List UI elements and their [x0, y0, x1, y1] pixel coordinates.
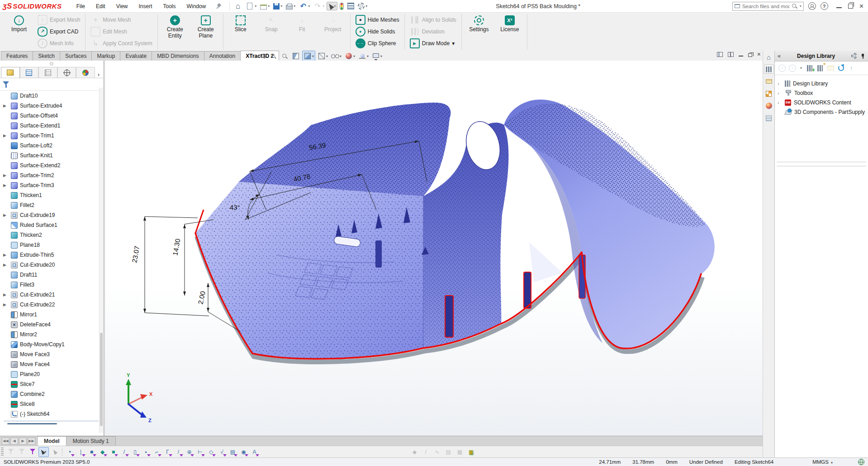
tree-item[interactable]: Move Face4 [0, 359, 103, 369]
property-manager-tab[interactable] [20, 67, 39, 78]
tree-item[interactable]: Fillet3 [0, 280, 103, 290]
filter-axes-icon[interactable]: / [119, 447, 129, 457]
tree-item[interactable]: Surface-Loft2 [0, 141, 103, 151]
filter-faces-icon[interactable]: ■ [86, 447, 97, 457]
undo-icon[interactable]: ▾ [298, 1, 311, 11]
dropdown-arrow-icon[interactable]: ▾ [326, 54, 328, 58]
dropdown-arrow-icon[interactable]: ▾ [367, 54, 369, 58]
view-settings-icon[interactable]: ▾ [371, 51, 383, 61]
tab-model[interactable]: Model [37, 436, 66, 446]
tree-item[interactable]: Surface-Extend2 [0, 160, 103, 170]
document-recovery-icon[interactable] [764, 113, 774, 122]
tree-item[interactable]: Mirror2 [0, 329, 103, 339]
settings-button[interactable]: Settings [465, 14, 493, 33]
tree-item[interactable]: Thicken1 [0, 190, 103, 200]
new-document-icon[interactable]: ▾ [244, 2, 258, 10]
menu-window[interactable]: Window [182, 1, 211, 11]
import-button[interactable]: Import [5, 14, 33, 33]
tree-item[interactable]: ▶Surface-Trim1 [0, 131, 103, 141]
display-style-icon[interactable]: ▾ [317, 51, 329, 61]
web-help-icon[interactable] [858, 459, 864, 465]
dropdown-arrow-icon[interactable]: ▾ [280, 4, 282, 8]
tree-item[interactable]: Surface-Knit1 [0, 151, 103, 160]
tree-item[interactable]: ▶Cut-Extrude22 [0, 300, 103, 310]
tree-item[interactable]: Mirror1 [0, 310, 103, 320]
edit-appearance-icon[interactable]: ▾ [344, 51, 356, 61]
apply-scene-icon[interactable]: ▾ [357, 51, 370, 61]
tab-evaluate[interactable]: Evaluate [120, 51, 152, 61]
expand-arrow-icon[interactable]: ▶ [3, 213, 8, 217]
dropdown-arrow-icon[interactable]: ▾ [268, 4, 270, 8]
search-input[interactable] [742, 4, 789, 9]
close-window-icon[interactable]: × [859, 3, 863, 10]
tree-item[interactable]: ▶Surface-Extrude4 [0, 101, 103, 111]
tab-sketch[interactable]: Sketch [33, 51, 60, 61]
close-document-icon[interactable]: × [757, 52, 761, 57]
open-icon[interactable]: ▾ [259, 2, 271, 10]
save-icon[interactable]: ▾ [272, 2, 284, 10]
filter-notes-icon[interactable]: ▤ [228, 447, 238, 457]
help-icon[interactable]: ? [821, 2, 828, 10]
dropdown-arrow-icon[interactable]: ▾ [380, 54, 382, 58]
tab-surfaces[interactable]: Surfaces [60, 51, 92, 61]
filter-centerlines-icon[interactable]: / [173, 447, 184, 457]
menu-tools[interactable]: Tools [158, 1, 180, 11]
filter-reference-points-icon[interactable]: ⊢ [195, 447, 205, 457]
library-settings-icon[interactable] [851, 53, 857, 59]
tab-annotation[interactable]: Annotation [204, 51, 241, 61]
filter-funnel-icon[interactable] [3, 81, 9, 88]
configuration-manager-tab[interactable] [38, 67, 57, 78]
pin-menu-icon[interactable] [215, 3, 222, 10]
account-icon[interactable] [808, 2, 816, 10]
panel-splitter-dot[interactable] [50, 62, 53, 66]
up-level-icon[interactable] [848, 65, 855, 72]
tree-item[interactable]: Slice7 [0, 379, 103, 389]
tree-item[interactable]: Plane20 [0, 369, 103, 379]
settings-gear-icon[interactable]: ▾ [356, 2, 369, 10]
expand-arrow-icon[interactable]: ▶ [3, 173, 8, 178]
menu-insert[interactable]: Insert [134, 1, 157, 11]
first-tab-icon[interactable]: ◀◀ [2, 438, 9, 445]
hide-meshes-button[interactable]: Hide Meshes [354, 14, 401, 25]
dropdown-arrow-icon[interactable]: ▾ [312, 54, 314, 58]
pin-pane-icon[interactable] [860, 53, 865, 59]
task-pane-splitter[interactable] [777, 162, 866, 166]
filter-surface-bodies-icon[interactable]: ◆ [97, 447, 108, 457]
tree-scrollbar[interactable] [99, 88, 103, 433]
tree-item[interactable]: Plane18 [0, 240, 103, 250]
chevron-right-icon[interactable]: › [778, 81, 782, 86]
tree-item[interactable]: Thicken2 [0, 230, 103, 240]
filter-hatch-icon[interactable]: ◇ [206, 447, 216, 457]
tree-item[interactable]: (-) Sketch64 [0, 409, 103, 419]
dropdown-arrow-icon[interactable]: ▾ [294, 4, 295, 8]
tree-item[interactable]: Surface-Offset4 [0, 111, 103, 121]
dimxpert-manager-tab[interactable] [57, 67, 76, 78]
pane-split-icon[interactable] [728, 52, 734, 57]
expand-arrow-icon[interactable]: ▶ [3, 263, 8, 267]
graphics-viewport[interactable]: 56.39 40.78 43° 23.07 14.30 2.00 [105, 61, 763, 436]
expand-arrow-icon[interactable]: ▶ [3, 302, 8, 307]
library-item-toolbox[interactable]: ›Toolbox [778, 88, 868, 98]
tree-item[interactable]: ▶Cut-Extrude19 [0, 210, 103, 220]
custom-properties-icon[interactable] [764, 89, 774, 98]
tree-item[interactable]: DeleteFace4 [0, 320, 103, 329]
tree-item[interactable]: ▶Cut-Extrude21 [0, 290, 103, 300]
library-item-design-library[interactable]: ›Design Library [778, 79, 868, 88]
tree-scrollbar-thumb[interactable] [100, 333, 103, 426]
toolbar-drag-handle[interactable] [1, 447, 4, 457]
hide-solids-button[interactable]: Hide Solids [354, 26, 401, 37]
tree-item[interactable]: Move Face3 [0, 349, 103, 359]
selection-filters-toggle-icon[interactable] [28, 447, 38, 457]
tab-features[interactable]: Features [1, 51, 33, 61]
search-dropdown-icon[interactable]: ▾ [800, 4, 802, 8]
clip-sphere-button[interactable]: Clip Sphere [354, 38, 401, 49]
select-icon[interactable]: ▾ [327, 2, 337, 10]
redo-icon[interactable]: ▾ [312, 1, 326, 11]
add-file-location-icon[interactable]: * [816, 65, 824, 72]
dimension-14-30[interactable]: 14.30 [171, 238, 181, 256]
add-to-library-icon[interactable]: + [806, 65, 813, 72]
restore-document-icon[interactable] [748, 53, 752, 57]
menu-file[interactable]: File [72, 1, 90, 11]
design-library-tab-icon[interactable] [764, 65, 774, 74]
tab-motion-study-1[interactable]: Motion Study 1 [66, 436, 116, 446]
